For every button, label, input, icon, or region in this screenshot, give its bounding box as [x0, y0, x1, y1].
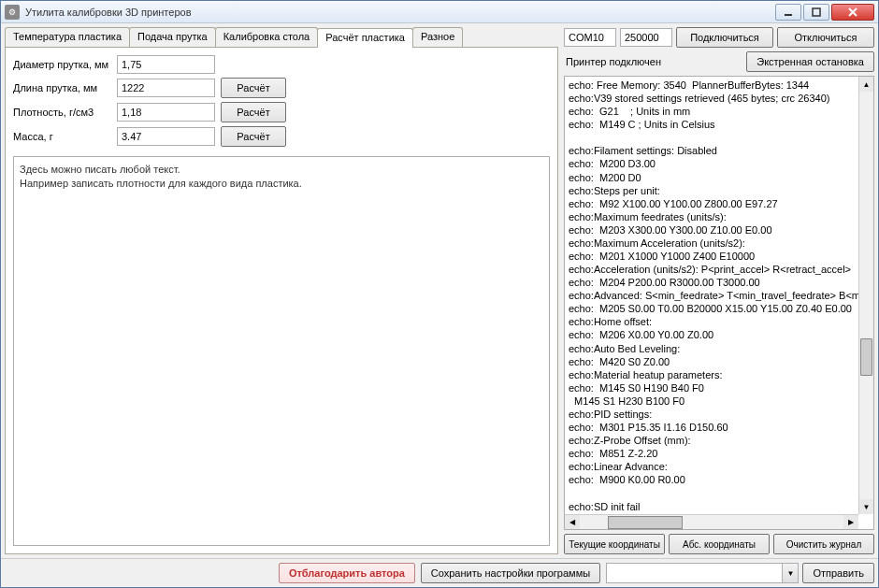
tab-feed[interactable]: Подача прутка: [129, 27, 216, 47]
thank-author-button[interactable]: Отблагодарить автора: [279, 563, 415, 583]
diameter-label: Диаметр прутка, мм: [13, 59, 111, 70]
left-panel: Температура пластика Подача прутка Калиб…: [5, 27, 558, 554]
mass-label: Масса, г: [13, 131, 111, 142]
window-title: Утилита калибровки 3D принтеров: [25, 7, 775, 18]
close-button[interactable]: [831, 4, 874, 21]
mass-calc-button[interactable]: Расчёт: [221, 126, 286, 147]
scroll-right-icon[interactable]: ▶: [843, 515, 858, 530]
port-input[interactable]: [564, 28, 616, 47]
app-icon: ⚙: [5, 5, 20, 20]
length-label: Длина прутка, мм: [13, 82, 111, 93]
minimize-button[interactable]: [775, 4, 801, 21]
scroll-up-icon[interactable]: ▲: [859, 77, 873, 92]
svg-rect-1: [813, 8, 820, 16]
density-input[interactable]: [117, 103, 215, 122]
tab-bar: Температура пластика Подача прутка Калиб…: [5, 27, 558, 48]
scroll-left-icon[interactable]: ◀: [565, 515, 580, 530]
tab-temperature[interactable]: Температура пластика: [5, 27, 130, 47]
command-input[interactable]: [606, 563, 782, 583]
log-text[interactable]: echo: Free Memory: 3540 PlannerBufferByt…: [565, 77, 873, 529]
disconnect-button[interactable]: Отключиться: [777, 27, 874, 48]
save-settings-button[interactable]: Сохранить настройки программы: [421, 563, 600, 583]
scroll-down-icon[interactable]: ▼: [859, 499, 873, 514]
connection-status: Принтер подключен: [564, 52, 741, 71]
titlebar: ⚙ Утилита калибровки 3D принтеров: [1, 1, 878, 23]
log-hscrollbar[interactable]: ◀ ▶: [565, 514, 858, 529]
clear-log-button[interactable]: Очистить журнал: [773, 534, 874, 554]
command-combobox[interactable]: ▼: [606, 563, 799, 583]
density-calc-button[interactable]: Расчёт: [221, 102, 286, 122]
tab-content: Диаметр прутка, мм Длина прутка, мм Расч…: [5, 48, 558, 554]
vscroll-thumb[interactable]: [860, 338, 872, 376]
abs-coords-button[interactable]: Абс. координаты: [669, 534, 770, 554]
connect-button[interactable]: Подключиться: [676, 27, 773, 48]
bottom-bar: Отблагодарить автора Сохранить настройки…: [1, 558, 878, 587]
app-window: ⚙ Утилита калибровки 3D принтеров Темпер…: [0, 0, 879, 588]
log-output: echo: Free Memory: 3540 PlannerBufferByt…: [564, 76, 874, 530]
emergency-stop-button[interactable]: Экстренная остановка: [746, 51, 874, 72]
maximize-button[interactable]: [803, 4, 829, 21]
tab-misc[interactable]: Разное: [412, 27, 463, 47]
diameter-input[interactable]: [117, 55, 215, 74]
right-panel: Подключиться Отключиться Принтер подключ…: [564, 27, 874, 554]
current-coords-button[interactable]: Текущие координаты: [564, 534, 665, 554]
length-input[interactable]: [117, 79, 215, 97]
mass-input[interactable]: [117, 127, 215, 146]
baud-input[interactable]: [620, 28, 672, 47]
combo-arrow-icon[interactable]: ▼: [782, 563, 799, 583]
hscroll-thumb[interactable]: [608, 516, 683, 529]
tab-bed[interactable]: Калибровка стола: [215, 27, 319, 47]
notes-area[interactable]: Здесь можно писать любой текст. Например…: [13, 156, 550, 546]
send-button[interactable]: Отправить: [802, 563, 874, 583]
tab-plastic-calc[interactable]: Расчёт пластика: [317, 28, 413, 48]
length-calc-button[interactable]: Расчёт: [221, 78, 286, 98]
log-vscrollbar[interactable]: ▲ ▼: [858, 77, 873, 514]
density-label: Плотность, г/см3: [13, 107, 111, 118]
